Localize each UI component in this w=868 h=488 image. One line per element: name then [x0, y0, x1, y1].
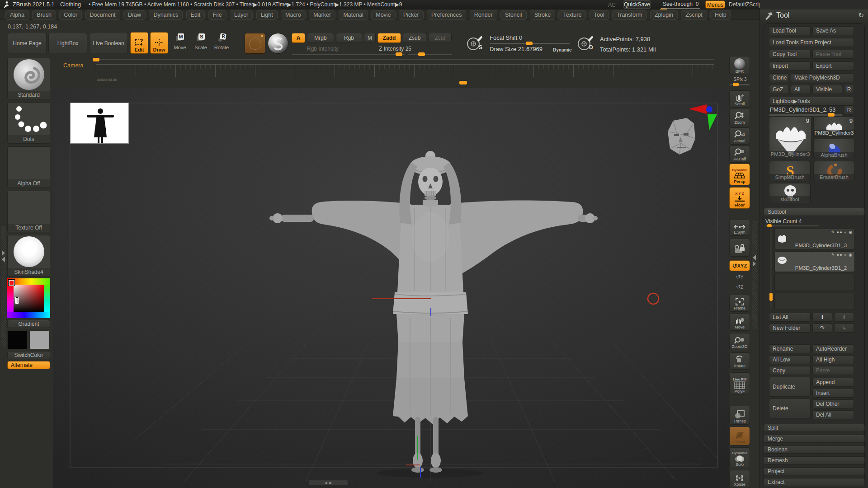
timeline-keyframe-marker[interactable] [459, 81, 467, 84]
quicksave-button[interactable]: QuickSave [623, 0, 651, 9]
subtool-copy-button[interactable]: Copy [769, 366, 811, 375]
anchor-a-button[interactable]: A [292, 33, 305, 43]
rename-button[interactable]: Rename [769, 344, 811, 353]
menu-stroke[interactable]: Stroke [530, 10, 555, 20]
subtool-down-button[interactable]: ⬇ [834, 313, 854, 322]
menu-edit[interactable]: Edit [186, 10, 205, 20]
draw-mode-button[interactable]: Draw [150, 32, 168, 54]
menu-alpha[interactable]: Alpha [5, 10, 29, 20]
menu-texture[interactable]: Texture [558, 10, 586, 20]
subtool-paste-button[interactable]: Paste [812, 366, 854, 375]
focal-shift-slider[interactable] [490, 43, 570, 44]
menu-preferences[interactable]: Preferences [427, 10, 466, 20]
rotate-xyz-button[interactable]: ↺XYZ [729, 260, 750, 271]
current-alpha-tile[interactable]: Alpha Off [7, 146, 50, 188]
menu-stencil[interactable]: Stencil [500, 10, 527, 20]
right-panel-divider[interactable] [752, 221, 757, 329]
floor-button[interactable]: X Y Z Floor [729, 187, 750, 209]
tool-thumbnail-eraserbrush[interactable]: EraserBrush [813, 161, 855, 181]
solo-button[interactable]: Dynamic Solo [729, 447, 750, 468]
merge-section-header[interactable]: Merge [764, 435, 865, 443]
rotate-z-button[interactable]: ↺Z [729, 284, 750, 290]
new-folder-button[interactable]: New Folder [769, 324, 811, 333]
goz-button[interactable]: GoZ [769, 85, 789, 94]
current-stroke-tile[interactable]: Dots [7, 102, 50, 144]
tool-thumbnail-simplebrush[interactable]: S SimpleBrush [769, 161, 811, 181]
main-color-swatch[interactable] [7, 330, 28, 349]
home-page-button[interactable]: Home Page [8, 33, 47, 53]
tool-thumbnail-cylinder2[interactable]: 9 PM3D_Cylinder3 [813, 117, 855, 137]
split-section-header[interactable]: Split [764, 424, 865, 432]
move-3d-button[interactable]: Move [729, 314, 750, 331]
menu-color[interactable]: Color [59, 10, 82, 20]
menus-toggle-button[interactable]: Menus [705, 0, 725, 9]
current-material-tile[interactable]: SkinShade4 [7, 235, 50, 277]
subtool-empty-slot[interactable]: · [774, 274, 855, 291]
goz-visible-button[interactable]: Visible [812, 85, 842, 94]
color-picker-sv-cursor[interactable] [16, 297, 18, 303]
tool-thumbnail-skulltool[interactable]: skulltool [769, 183, 811, 203]
import-button[interactable]: Import [769, 61, 811, 70]
color-picker-sv-square[interactable] [14, 285, 44, 312]
copy-tool-button[interactable]: Copy Tool [769, 50, 811, 59]
color-picker-hue-cursor[interactable] [9, 280, 14, 286]
rgb-button[interactable]: Rgb [336, 33, 362, 43]
texture-swatch[interactable] [245, 33, 265, 54]
polyframe-button[interactable]: Line Fill PolyF [729, 372, 750, 395]
make-polymesh3d-button[interactable]: Make PolyMesh3D [791, 73, 854, 82]
current-material-sphere[interactable] [268, 33, 288, 54]
current-texture-tile[interactable]: Texture Off [7, 191, 50, 232]
local-symmetry-button[interactable]: L.Sym [729, 220, 750, 236]
gradient-button[interactable]: Gradient [7, 320, 50, 328]
duplicate-button[interactable]: Duplicate [769, 377, 811, 397]
mrgb-button[interactable]: Mrgb [307, 33, 334, 43]
ghost-button[interactable]: Ghost [729, 427, 750, 446]
rgb-intensity-slider[interactable] [292, 54, 405, 55]
zoom3d-button[interactable]: Zoom3D [729, 333, 750, 350]
menu-document[interactable]: Document [85, 10, 120, 20]
load-tools-from-project-button[interactable]: Load Tools From Project [769, 38, 854, 47]
frame-button[interactable]: Frame [729, 295, 750, 312]
paste-tool-button[interactable]: Paste Tool [812, 50, 854, 59]
document-canvas[interactable]: ◀ ▶ [53, 88, 729, 488]
scroll-button[interactable]: Scroll [729, 90, 750, 108]
project-section-header[interactable]: Project [764, 467, 865, 475]
transparency-button[interactable]: Transp [729, 406, 750, 425]
z-intensity-slider[interactable] [408, 54, 452, 55]
del-other-button[interactable]: Del Other [812, 399, 854, 408]
actual-size-button[interactable]: x1 Actual [729, 127, 750, 145]
goz-all-button[interactable]: All [791, 85, 811, 94]
m-button[interactable]: M [364, 33, 376, 43]
left-divider-arrows-icon[interactable] [1, 249, 6, 262]
lightbox-button[interactable]: LightBox [48, 33, 87, 53]
menu-file[interactable]: File [208, 10, 226, 20]
append-button[interactable]: Append [812, 378, 854, 387]
menu-render[interactable]: Render [470, 10, 497, 20]
autoreorder-button[interactable]: AutoReorder [812, 344, 854, 353]
menu-movie[interactable]: Movie [371, 10, 395, 20]
active-tool-slider[interactable] [769, 114, 842, 116]
subtool-item-2-selected[interactable]: ✎ ●● ◐ ◉ PM3D_Cylinder3D1_2 [774, 251, 855, 272]
subtool-item-1[interactable]: ✎ ●● ◐ ◉ PM3D_Cylinder3D1_3 [774, 229, 855, 249]
clone-button[interactable]: Clone [769, 73, 789, 82]
boolean-section-header[interactable]: Boolean [764, 446, 865, 454]
visible-count-slider[interactable] [765, 225, 819, 226]
menu-picker[interactable]: Picker [399, 10, 424, 20]
spix-slider[interactable] [730, 84, 750, 85]
rotate-y-button[interactable]: ↺Y [729, 274, 750, 280]
zsub-button[interactable]: Zsub [403, 33, 426, 43]
xpose-button[interactable]: Xpose [729, 470, 750, 488]
delete-button[interactable]: Delete [769, 399, 811, 418]
tool-r-button[interactable]: R [844, 106, 854, 115]
switch-color-button[interactable]: SwitchColor [7, 351, 50, 359]
extract-section-header[interactable]: Extract [764, 478, 865, 486]
menu-layer[interactable]: Layer [230, 10, 253, 20]
menu-zplugin[interactable]: Zplugin [650, 10, 678, 20]
menu-transform[interactable]: Transform [612, 10, 647, 20]
load-tool-button[interactable]: Load Tool [769, 26, 811, 35]
right-divider-arrows-icon[interactable] [752, 253, 757, 267]
edit-mode-button[interactable]: Edit [130, 32, 148, 54]
all-high-button[interactable]: All High [812, 355, 854, 364]
lightbox-tools-button[interactable]: Lightbox▶Tools [769, 97, 854, 106]
document-thumbnail[interactable] [70, 103, 129, 144]
